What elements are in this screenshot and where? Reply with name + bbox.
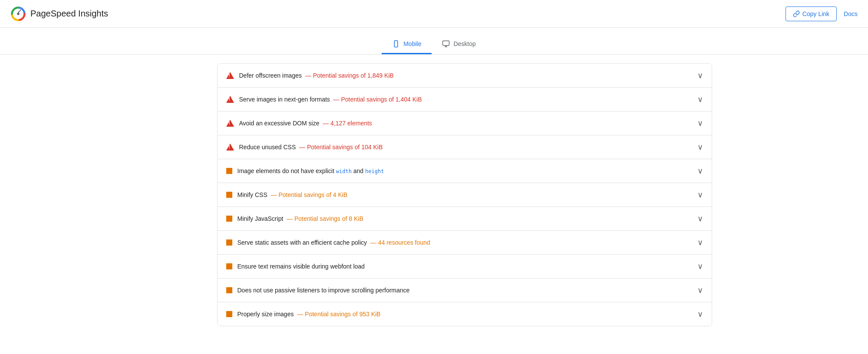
copy-link-label: Copy Link <box>802 10 829 17</box>
tab-desktop[interactable]: Desktop <box>432 35 486 54</box>
audit-title: Minify CSS — Potential savings of 4 KiB <box>238 191 348 198</box>
pagespeed-logo <box>10 6 26 22</box>
audit-item-minify-css[interactable]: Minify CSS — Potential savings of 4 KiB … <box>218 183 712 207</box>
chevron-down-icon: ∨ <box>697 95 703 104</box>
mobile-icon <box>392 40 400 48</box>
audit-savings: — Potential savings of 4 KiB <box>271 191 348 198</box>
chevron-down-icon: ∨ <box>697 309 703 319</box>
audit-savings: — 44 resources found <box>370 239 430 246</box>
chevron-down-icon: ∨ <box>697 262 703 271</box>
audit-item-next-gen-formats[interactable]: Serve images in next-gen formats — Poten… <box>218 88 712 111</box>
audit-title: Minify JavaScript — Potential savings of… <box>238 215 363 222</box>
chevron-down-icon: ∨ <box>697 285 703 295</box>
audit-item-properly-size-images[interactable]: Properly size images — Potential savings… <box>218 302 712 326</box>
tabs-container: Mobile Desktop <box>0 28 868 55</box>
svg-rect-6 <box>443 41 449 46</box>
orange-square-icon <box>226 168 232 174</box>
audit-item-webfont-load[interactable]: Ensure text remains visible during webfo… <box>218 255 712 279</box>
chevron-down-icon: ∨ <box>697 214 703 223</box>
audit-item-defer-offscreen-images[interactable]: Defer offscreen images — Potential savin… <box>218 64 712 88</box>
height-link: height <box>365 168 384 174</box>
audit-title: Reduce unused CSS — Potential savings of… <box>239 144 383 151</box>
audit-item-image-dimensions[interactable]: Image elements do not have explicit widt… <box>218 159 712 183</box>
chevron-down-icon: ∨ <box>697 71 703 80</box>
orange-square-icon <box>226 239 232 246</box>
audit-savings: — Potential savings of 1,404 KiB <box>333 96 422 103</box>
audit-list: Defer offscreen images — Potential savin… <box>217 63 712 326</box>
audit-savings: — 4,127 elements <box>323 120 372 127</box>
orange-square-icon <box>226 192 232 198</box>
chevron-down-icon: ∨ <box>697 118 703 128</box>
audit-savings: — Potential savings of 953 KiB <box>297 311 380 318</box>
red-triangle-icon <box>226 120 234 127</box>
audit-item-dom-size[interactable]: Avoid an excessive DOM size — 4,127 elem… <box>218 111 712 135</box>
desktop-icon <box>442 40 450 48</box>
chevron-down-icon: ∨ <box>697 166 703 176</box>
audit-savings: — Potential savings of 8 KiB <box>287 215 363 222</box>
header-right: Copy Link Docs <box>785 7 858 21</box>
chevron-down-icon: ∨ <box>697 238 703 247</box>
audit-title: Properly size images — Potential savings… <box>238 311 381 318</box>
orange-square-icon <box>226 263 232 269</box>
orange-square-icon <box>226 287 232 293</box>
tab-mobile[interactable]: Mobile <box>382 35 432 54</box>
audit-title: Does not use passive listeners to improv… <box>238 287 410 294</box>
width-link: width <box>336 168 352 174</box>
red-triangle-icon <box>226 96 234 103</box>
orange-square-icon <box>226 216 232 222</box>
audit-title: Serve images in next-gen formats — Poten… <box>239 96 422 103</box>
red-triangle-icon <box>226 144 234 151</box>
audit-item-cache-policy[interactable]: Serve static assets with an efficient ca… <box>218 231 712 255</box>
docs-link[interactable]: Docs <box>844 10 858 17</box>
audit-title: Image elements do not have explicit widt… <box>238 167 384 174</box>
audit-title: Ensure text remains visible during webfo… <box>238 263 365 270</box>
orange-square-icon <box>226 311 232 317</box>
audit-item-passive-listeners[interactable]: Does not use passive listeners to improv… <box>218 279 712 302</box>
main-content: Defer offscreen images — Potential savin… <box>130 63 738 326</box>
link-icon <box>793 10 800 17</box>
header-left: PageSpeed Insights <box>10 6 108 22</box>
audit-title: Avoid an excessive DOM size — 4,127 elem… <box>239 120 372 127</box>
audit-savings: — Potential savings of 1,849 KiB <box>305 72 394 79</box>
audit-title: Defer offscreen images — Potential savin… <box>239 72 394 79</box>
tab-desktop-label: Desktop <box>453 40 475 47</box>
app-title: PageSpeed Insights <box>30 9 108 19</box>
copy-link-button[interactable]: Copy Link <box>785 7 837 21</box>
tab-mobile-label: Mobile <box>403 40 421 47</box>
audit-savings: — Potential savings of 104 KiB <box>299 144 383 151</box>
audit-item-unused-css[interactable]: Reduce unused CSS — Potential savings of… <box>218 135 712 159</box>
red-triangle-icon <box>226 72 234 79</box>
audit-item-minify-js[interactable]: Minify JavaScript — Potential savings of… <box>218 207 712 231</box>
chevron-down-icon: ∨ <box>697 142 703 152</box>
page-header: PageSpeed Insights Copy Link Docs <box>0 0 868 28</box>
chevron-down-icon: ∨ <box>697 190 703 200</box>
audit-title: Serve static assets with an efficient ca… <box>238 239 430 246</box>
